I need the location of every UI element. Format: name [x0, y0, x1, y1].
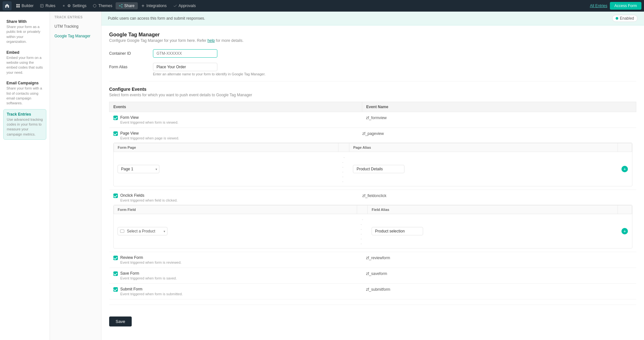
svg-line-12	[120, 6, 122, 7]
main-content: Public users can access this form and su…	[101, 12, 644, 340]
middle-nav-utm[interactable]: UTM Tracking	[50, 22, 101, 31]
onclick-add-cell: +	[618, 214, 632, 249]
event-onclick-label[interactable]: Onclick Fields Event triggered when fiel…	[113, 193, 363, 202]
middle-nav-gtm[interactable]: Google Tag Manager	[50, 31, 101, 41]
field-select-wrapper[interactable]: Select a Product	[118, 227, 167, 235]
onclick-subtable-wrapper: Form Field Field Alias	[113, 205, 632, 249]
subtitle-post: for more details.	[216, 38, 243, 43]
page-view-connector-cell: - - - - - -	[338, 152, 349, 186]
event-save-form-desc: Event triggered when form is saved.	[120, 276, 177, 280]
onclick-alias-cell	[368, 214, 618, 249]
onclick-connector: - - - - - -	[361, 217, 364, 245]
all-entries-link[interactable]: All Entries	[590, 4, 607, 8]
configure-events-section: Configure Events Select form events for …	[109, 87, 636, 299]
configure-events-title: Configure Events	[109, 87, 636, 92]
onclick-subtable: Form Field Field Alias	[114, 205, 632, 248]
nav-share[interactable]: Share	[116, 2, 138, 9]
event-onclick-checkbox[interactable]	[113, 194, 118, 198]
onclick-row: Select a Product - - - - - -	[114, 214, 632, 249]
event-page-view-checkbox[interactable]	[113, 131, 118, 136]
page-view-subtable-wrapper: Form Page Page Alias	[113, 143, 632, 186]
save-button[interactable]: Save	[109, 316, 132, 326]
event-form-view-label[interactable]: Form View Event triggered when form is v…	[113, 115, 358, 124]
event-save-form-name-cell: zf_saveform	[362, 268, 636, 284]
page-select-wrapper[interactable]: Page 1	[118, 165, 159, 173]
event-submit-form-label[interactable]: Submit Form Event triggered when form is…	[113, 287, 358, 296]
page-view-row: Page 1 - - - - - -	[114, 152, 632, 186]
container-id-input[interactable]	[153, 49, 217, 58]
sidebar-item-track-entries[interactable]: Track Entries Use advanced tracking code…	[3, 109, 46, 140]
event-form-view-cell: Form View Event triggered when form is v…	[109, 112, 362, 128]
onclick-add-row-button[interactable]: +	[621, 228, 628, 234]
svg-rect-1	[18, 4, 20, 6]
sidebar-item-embed[interactable]: Embed Embed your form on a website using…	[3, 48, 46, 78]
nav-rules[interactable]: Rules	[37, 2, 59, 9]
sidebar-item-share-with-title: Share With	[6, 19, 43, 24]
form-alias-label: Form Alias	[109, 63, 148, 69]
field-alias-input[interactable]	[372, 227, 423, 235]
event-page-view-cell: Page View Event triggered when page is v…	[109, 128, 636, 190]
sidebar-item-share-with-desc: Share your form as a public link or priv…	[6, 24, 43, 44]
subtitle-link[interactable]: help	[207, 38, 215, 43]
event-page-view-right: zf_pageview	[362, 131, 632, 140]
event-row-save-form: Save Form Event triggered when form is s…	[109, 268, 636, 284]
svg-point-13	[142, 5, 143, 6]
event-review-form-name: Review Form	[120, 255, 182, 260]
event-review-form-info: Review Form Event triggered when form is…	[120, 255, 182, 264]
event-submit-form-checkbox[interactable]	[113, 287, 118, 292]
event-page-view-label[interactable]: Page View Event triggered when page is v…	[113, 131, 363, 140]
page-view-col-connector	[338, 143, 349, 152]
nav-themes[interactable]: Themes	[90, 2, 115, 9]
event-page-view-name: Page View	[120, 131, 179, 136]
sidebar-item-track-entries-desc: Use advanced tracking codes in your form…	[7, 117, 43, 137]
left-sidebar: Share With Share your form as a public l…	[0, 12, 50, 340]
event-form-view-checkbox[interactable]	[113, 116, 118, 120]
page-view-add-cell: +	[618, 152, 632, 186]
event-onclick-header: Onclick Fields Event triggered when fiel…	[113, 193, 632, 202]
page-alias-input[interactable]	[353, 165, 404, 173]
event-name-col-header: Event Name	[362, 102, 636, 112]
event-onclick-code: zf_fieldonclick	[362, 193, 386, 198]
event-save-form-label[interactable]: Save Form Event triggered when form is s…	[113, 271, 358, 280]
svg-rect-0	[16, 4, 18, 6]
form-alias-row: Form Alias Enter an alternate name to yo…	[109, 63, 636, 76]
form-alias-input[interactable]	[153, 63, 217, 71]
container-id-input-wrapper	[153, 49, 217, 58]
event-submit-form-name-cell: zf_submitform	[362, 284, 636, 299]
sidebar-item-embed-title: Embed	[6, 50, 43, 55]
page-view-add-row-button[interactable]: +	[621, 166, 628, 172]
event-submit-form-name: Submit Form	[120, 287, 183, 291]
field-select[interactable]: Select a Product	[118, 227, 167, 235]
event-form-view-info: Form View Event triggered when form is v…	[120, 115, 178, 124]
event-save-form-code: zf_saveform	[366, 271, 387, 276]
home-button[interactable]	[3, 1, 12, 10]
subtitle-pre: Configure Google Tag Manager for your fo…	[109, 38, 206, 43]
container-id-label: Container ID	[109, 49, 148, 56]
onclick-col-form-field: Form Field	[114, 205, 357, 214]
event-page-view-code: zf_pageview	[362, 131, 384, 136]
event-onclick-name: Onclick Fields	[120, 193, 178, 198]
sidebar-item-track-entries-title: Track Entries	[7, 112, 43, 117]
event-onclick-right: zf_fieldonclick	[362, 193, 632, 202]
page-subtitle: Configure Google Tag Manager for your fo…	[109, 38, 636, 43]
events-table: Events Event Name Form View	[109, 102, 636, 299]
event-page-view-desc: Event triggered when page is viewed.	[120, 136, 179, 140]
page-select[interactable]: Page 1	[118, 165, 159, 173]
page-title: Google Tag Manager	[109, 32, 636, 38]
event-review-form-cell: Review Form Event triggered when form is…	[109, 252, 362, 268]
event-save-form-checkbox[interactable]	[113, 271, 118, 276]
middle-nav: Track Entries UTM Tracking Google Tag Ma…	[50, 12, 101, 340]
container-id-row: Container ID	[109, 49, 636, 58]
event-review-form-checkbox[interactable]	[113, 256, 118, 260]
sidebar-item-share-with[interactable]: Share With Share your form as a public l…	[3, 17, 46, 47]
nav-integrations[interactable]: Integrations	[138, 2, 170, 9]
nav-settings[interactable]: ⚙ Settings	[59, 2, 90, 9]
nav-approvals[interactable]: Approvals	[170, 2, 199, 9]
event-review-form-label[interactable]: Review Form Event triggered when form is…	[113, 255, 358, 264]
nav-builder[interactable]: Builder	[13, 2, 37, 9]
access-form-button[interactable]: Access Form	[610, 2, 641, 10]
sidebar-item-email-campaigns[interactable]: Email Campaigns Share your form with a l…	[3, 78, 46, 109]
event-submit-form-info: Submit Form Event triggered when form is…	[120, 287, 183, 296]
onclick-col-action	[618, 205, 632, 214]
content-area: Google Tag Manager Configure Google Tag …	[101, 25, 644, 333]
